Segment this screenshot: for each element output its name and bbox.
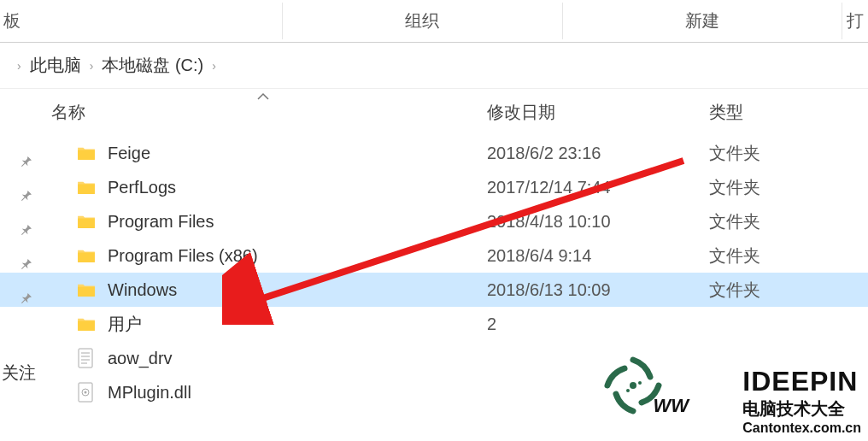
watermark: IDEEPIN 电脑技术大全 Cantontex.com.cn	[742, 366, 861, 436]
svg-point-11	[626, 389, 630, 392]
ribbon-bar: 板 组织 新建 打	[0, 0, 868, 43]
file-row[interactable]: Program Files (x86)2018/6/4 9:14文件夹	[0, 238, 868, 273]
file-list: Feige2018/6/2 23:16文件夹PerfLogs2017/12/14…	[0, 136, 868, 409]
pin-icon	[19, 222, 34, 238]
textfile-icon	[77, 348, 108, 368]
pin-icon	[19, 291, 34, 306]
file-name: PerfLogs	[108, 178, 487, 197]
file-type: 文件夹	[709, 176, 868, 199]
file-name: Feige	[108, 144, 487, 163]
folder-icon	[77, 282, 108, 297]
side-label: 关注	[2, 362, 36, 385]
file-type: 文件夹	[709, 244, 868, 268]
file-date: 2018/6/4 9:14	[487, 246, 709, 266]
watermark-ww: WW	[653, 395, 689, 417]
file-row[interactable]: MPlugin.dll	[0, 375, 868, 409]
file-date: 2018/4/18 10:10	[487, 212, 709, 232]
pin-icon	[19, 256, 34, 272]
file-row[interactable]: Windows2018/6/13 10:09文件夹	[0, 273, 868, 307]
file-row[interactable]: aow_drv	[0, 341, 868, 375]
watermark-url: Cantontex.com.cn	[742, 420, 861, 436]
breadcrumb-item-drive[interactable]: 本地磁盘 (C:)	[102, 54, 203, 77]
file-name: aow_drv	[108, 349, 487, 368]
ribbon-group-new[interactable]: 新建	[563, 3, 842, 39]
chevron-right-icon: ›	[212, 59, 216, 73]
ribbon-group-clipboard[interactable]: 板	[0, 3, 283, 39]
file-date: 2018/6/13 10:09	[487, 280, 709, 300]
watermark-subtitle: 电脑技术大全	[742, 397, 861, 420]
pin-icon	[19, 188, 34, 203]
pin-icon	[19, 154, 34, 169]
watermark-logo: IDEEPIN	[742, 366, 861, 397]
file-name: 用户	[108, 313, 487, 336]
column-header-type[interactable]: 类型	[709, 101, 868, 124]
svg-point-10	[638, 381, 642, 385]
file-date: 2018/6/2 23:16	[487, 144, 709, 163]
column-headers: 名称 修改日期 类型	[0, 89, 868, 136]
file-name: Program Files	[108, 212, 487, 232]
file-name: Program Files (x86)	[108, 246, 487, 266]
folder-icon	[77, 145, 108, 161]
file-date: 2017/12/14 7:44	[487, 178, 709, 197]
chevron-right-icon: ›	[17, 59, 21, 73]
column-header-date[interactable]: 修改日期	[487, 101, 709, 124]
folder-icon	[77, 214, 108, 229]
ribbon-group-open[interactable]: 打	[842, 3, 868, 39]
ribbon-group-organize[interactable]: 组织	[283, 3, 562, 39]
folder-icon	[77, 316, 108, 332]
dllfile-icon	[77, 382, 108, 403]
breadcrumb-item-pc[interactable]: 此电脑	[30, 54, 81, 77]
breadcrumb[interactable]: › 此电脑 › 本地磁盘 (C:) ›	[0, 43, 868, 89]
file-type: 文件夹	[709, 142, 868, 165]
chevron-right-icon: ›	[90, 59, 94, 73]
file-type: 文件夹	[709, 279, 868, 302]
file-row[interactable]: Feige2018/6/2 23:16文件夹	[0, 136, 868, 170]
folder-icon	[77, 179, 108, 195]
svg-point-9	[630, 382, 636, 389]
file-type: 文件夹	[709, 210, 868, 233]
file-row[interactable]: PerfLogs2017/12/14 7:44文件夹	[0, 170, 868, 204]
file-name: Windows	[108, 280, 487, 300]
folder-icon	[77, 248, 108, 263]
file-row[interactable]: Program Files2018/4/18 10:10文件夹	[0, 204, 868, 238]
file-name: MPlugin.dll	[108, 383, 487, 403]
column-header-name[interactable]: 名称	[51, 101, 487, 124]
sort-indicator-icon	[256, 89, 270, 104]
quick-access-pins	[19, 154, 34, 306]
file-row[interactable]: 用户2	[0, 307, 868, 341]
file-date: 2	[487, 315, 709, 334]
